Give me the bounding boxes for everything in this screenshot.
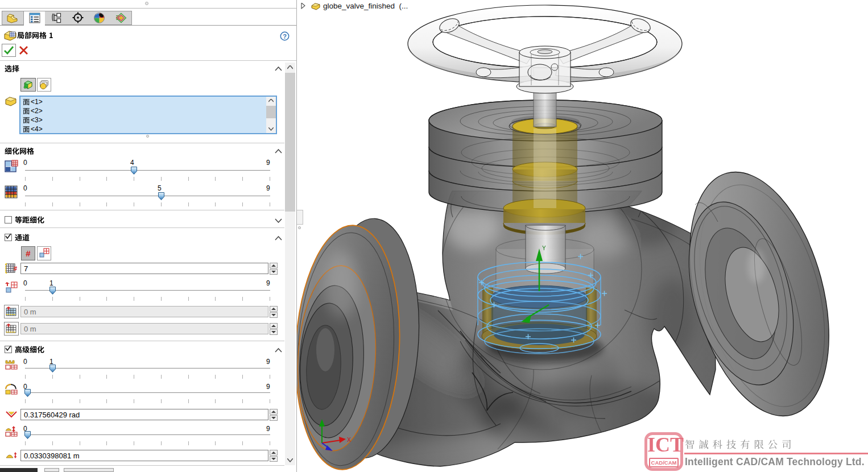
svg-text:#: #: [14, 265, 17, 272]
svg-text:Y: Y: [542, 245, 546, 251]
svg-text:?: ?: [283, 33, 287, 40]
svg-text:X: X: [347, 437, 351, 443]
